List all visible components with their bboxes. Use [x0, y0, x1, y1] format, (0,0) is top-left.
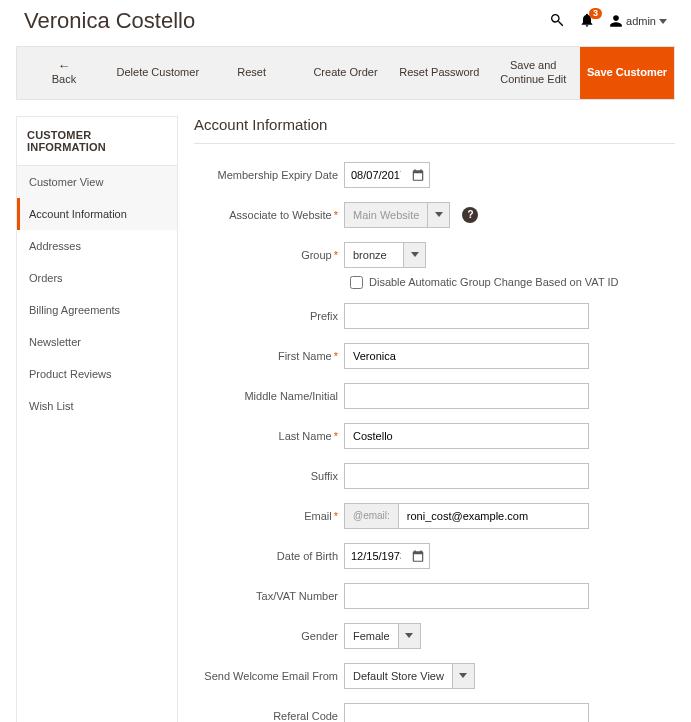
help-icon[interactable]: ?: [462, 207, 478, 223]
sidebar-item-product-reviews[interactable]: Product Reviews: [17, 358, 177, 390]
calendar-icon[interactable]: [407, 549, 429, 563]
create-order-button[interactable]: Create Order: [299, 47, 393, 99]
customer-info-sidebar: CUSTOMER INFORMATION Customer View Accou…: [16, 116, 178, 722]
sidebar-item-orders[interactable]: Orders: [17, 262, 177, 294]
email-prefix-label: @email:: [345, 504, 399, 528]
chevron-down-icon[interactable]: [427, 203, 449, 227]
label-middle-name: Middle Name/Initial: [194, 390, 344, 402]
label-first-name: First Name*: [194, 350, 344, 362]
welcome-email-from-select[interactable]: Default Store View: [344, 663, 475, 689]
label-suffix: Suffix: [194, 470, 344, 482]
sidebar-item-wish-list[interactable]: Wish List: [17, 390, 177, 422]
chevron-down-icon[interactable]: [403, 243, 425, 267]
label-disable-auto-group: Disable Automatic Group Change Based on …: [369, 276, 618, 288]
section-title: Account Information: [194, 116, 675, 144]
sidebar-item-addresses[interactable]: Addresses: [17, 230, 177, 262]
page-title: Veronica Costello: [24, 8, 195, 34]
notification-bell-icon[interactable]: 3: [579, 12, 595, 31]
label-associate-website: Associate to Website*: [194, 209, 344, 221]
calendar-icon[interactable]: [407, 168, 429, 182]
sidebar-title: CUSTOMER INFORMATION: [17, 117, 177, 166]
sidebar-item-newsletter[interactable]: Newsletter: [17, 326, 177, 358]
delete-customer-button[interactable]: Delete Customer: [111, 47, 205, 99]
notification-count-badge: 3: [589, 8, 602, 19]
label-dob: Date of Birth: [194, 550, 344, 562]
sidebar-item-customer-view[interactable]: Customer View: [17, 166, 177, 198]
reset-password-button[interactable]: Reset Password: [392, 47, 486, 99]
disable-auto-group-checkbox[interactable]: [350, 276, 363, 289]
membership-expiry-input[interactable]: [344, 162, 430, 188]
label-referal-code: Referal Code: [194, 710, 344, 722]
back-button[interactable]: ← Back: [17, 47, 111, 99]
sidebar-item-billing-agreements[interactable]: Billing Agreements: [17, 294, 177, 326]
chevron-down-icon[interactable]: [398, 624, 420, 648]
label-group: Group*: [194, 249, 344, 261]
middle-name-input[interactable]: [344, 383, 589, 409]
admin-user-dropdown[interactable]: admin: [609, 14, 667, 28]
label-prefix: Prefix: [194, 310, 344, 322]
label-gender: Gender: [194, 630, 344, 642]
tax-vat-input[interactable]: [344, 583, 589, 609]
save-customer-button[interactable]: Save Customer: [580, 47, 674, 99]
label-tax-vat: Tax/VAT Number: [194, 590, 344, 602]
reset-button[interactable]: Reset: [205, 47, 299, 99]
last-name-input[interactable]: [344, 423, 589, 449]
label-last-name: Last Name*: [194, 430, 344, 442]
chevron-down-icon: [659, 19, 667, 24]
first-name-input[interactable]: [344, 343, 589, 369]
save-continue-button[interactable]: Save and Continue Edit: [486, 47, 580, 99]
label-membership-expiry: Membership Expiry Date: [194, 169, 344, 181]
admin-user-label: admin: [626, 15, 656, 27]
action-toolbar: ← Back Delete Customer Reset Create Orde…: [16, 46, 675, 100]
email-input[interactable]: [399, 504, 588, 528]
group-select[interactable]: bronze: [344, 242, 426, 268]
search-icon[interactable]: [549, 12, 565, 31]
sidebar-item-account-information[interactable]: Account Information: [17, 198, 177, 230]
email-input-group: @email:: [344, 503, 589, 529]
gender-select[interactable]: Female: [344, 623, 421, 649]
label-email: Email*: [194, 510, 344, 522]
chevron-down-icon[interactable]: [452, 664, 474, 688]
associate-website-select[interactable]: Main Website: [344, 202, 450, 228]
referal-code-input[interactable]: [344, 703, 589, 722]
label-welcome-from: Send Welcome Email From: [194, 670, 344, 682]
dob-input[interactable]: [344, 543, 430, 569]
suffix-input[interactable]: [344, 463, 589, 489]
prefix-input[interactable]: [344, 303, 589, 329]
back-arrow-icon: ←: [57, 59, 70, 72]
